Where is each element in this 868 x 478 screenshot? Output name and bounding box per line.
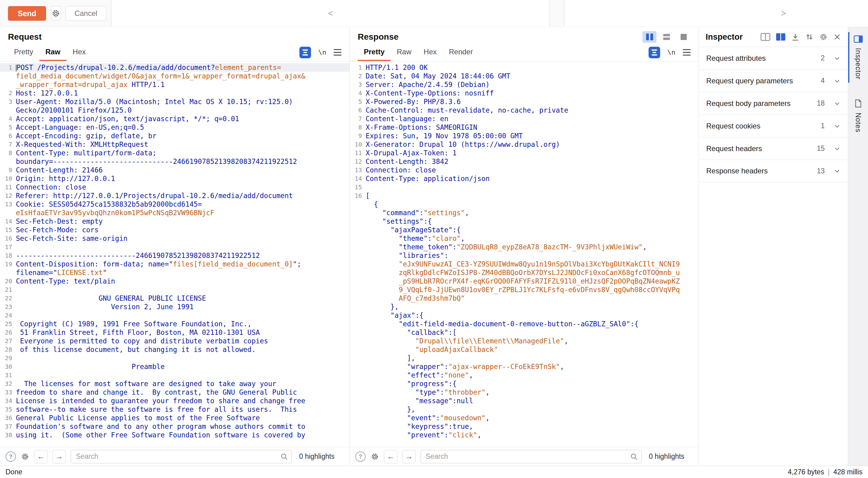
code-line[interactable]: 7X-Requested-With: XMLHttpRequest — [0, 140, 349, 149]
cancel-button[interactable]: Cancel — [66, 6, 106, 21]
code-line[interactable]: 33freedom to share and change it. By con… — [0, 388, 349, 396]
code-line[interactable]: "type":"throbber", — [350, 388, 699, 396]
code-line[interactable]: 14Sec-Fetch-Dest: empty — [0, 217, 349, 226]
code-line[interactable]: 14Content-Type: application/json — [350, 174, 699, 183]
code-line[interactable]: 20Content-Type: text/plain — [0, 277, 349, 286]
editor-menu-icon[interactable] — [334, 49, 342, 56]
code-line[interactable]: "Drupal\\file\\Element\\ManagedFile", — [350, 337, 699, 345]
code-line[interactable]: 29 — [0, 354, 349, 362]
search-prev-button[interactable]: ← — [384, 450, 397, 464]
code-line[interactable]: 13Cookie: SESS05d4275ca1538832b5ab92000b… — [0, 200, 349, 208]
code-line[interactable]: 8X-Frame-Options: SAMEORIGIN — [350, 123, 699, 131]
code-line[interactable]: 10Origin: http://127.0.0.1 — [0, 174, 349, 183]
inspector-section-request-body-parameters[interactable]: Request body parameters18 — [699, 92, 848, 115]
code-line[interactable]: 2Host: 127.0.0.1 — [0, 89, 349, 97]
code-line[interactable]: 12Content-Length: 3842 — [350, 157, 699, 166]
code-line[interactable]: 11Connection: close — [0, 183, 349, 191]
request-search-input[interactable] — [71, 450, 292, 464]
code-line[interactable]: }, — [350, 405, 699, 414]
code-line[interactable]: ], — [350, 354, 699, 362]
code-line[interactable]: 31 — [0, 371, 349, 380]
code-line[interactable]: "libraries": — [350, 251, 699, 260]
response-search-input[interactable] — [421, 450, 642, 464]
search-settings-gear-icon[interactable] — [21, 452, 29, 461]
code-line[interactable]: 1POST /Projects/drupal-10.2.6/media/add/… — [0, 63, 349, 72]
code-line[interactable]: _wrapper_format=drupal_ajax HTTP/1.1 — [0, 80, 349, 89]
code-line[interactable]: 9Expires: Sun, 19 Nov 1978 05:00:00 GMT — [350, 131, 699, 140]
code-line[interactable]: 10X-Generator: Drupal 10 (https://www.dr… — [350, 140, 699, 149]
send-button[interactable]: Send — [8, 6, 46, 21]
syntax-highlight-icon[interactable] — [300, 47, 311, 58]
code-line[interactable]: "eJx9UNFuwzAI_CE3-YZ9SUUIWdmw8Qyu1n19nSp… — [350, 260, 699, 268]
code-line[interactable]: 15Sec-Fetch-Mode: cors — [0, 226, 349, 234]
show-newlines-button[interactable]: \n — [668, 49, 676, 56]
code-line[interactable]: "progress":{ — [350, 380, 699, 388]
code-line[interactable]: 2Date: Sat, 04 May 2024 18:44:06 GMT — [350, 72, 699, 80]
code-line[interactable]: 38using it. (Some other Free Software Fo… — [0, 431, 349, 439]
code-line[interactable]: 25 Copyright (C) 1989, 1991 Free Softwar… — [0, 320, 349, 328]
search-prev-button[interactable]: ← — [34, 450, 48, 464]
editor-menu-icon[interactable] — [683, 49, 691, 56]
code-line[interactable]: 4Accept: application/json, text/javascri… — [0, 115, 349, 123]
code-line[interactable]: 27 Everyone is permitted to copy and dis… — [0, 337, 349, 345]
code-line[interactable]: "keypress":true, — [350, 422, 699, 431]
code-line[interactable]: 17 — [0, 243, 349, 251]
code-line[interactable]: 18-----------------------------246619078… — [0, 251, 349, 260]
code-line[interactable]: 8Content-Type: multipart/form-data; — [0, 149, 349, 157]
code-line[interactable]: 34License is intended to guarantee your … — [0, 396, 349, 405]
code-line[interactable]: 4X-Content-Type-Options: nosniff — [350, 89, 699, 97]
request-tab-hex[interactable]: Hex — [66, 43, 92, 61]
code-line[interactable]: 3User-Agent: Mozilla/5.0 (Macintosh; Int… — [0, 97, 349, 106]
code-line[interactable]: "uploadAjaxCallback" — [350, 345, 699, 354]
code-line[interactable]: AFQ_c7md3shm7bQ" — [350, 294, 699, 302]
code-line[interactable]: 30 Preamble — [0, 362, 349, 371]
collapse-all-icon[interactable] — [791, 33, 800, 41]
sort-icon[interactable] — [805, 33, 814, 41]
code-line[interactable]: 26 51 Franklin Street, Fifth Floor, Bost… — [0, 328, 349, 337]
close-inspector-icon[interactable] — [833, 33, 841, 41]
code-line[interactable]: "prevent":"click", — [350, 431, 699, 439]
inspector-settings-gear-icon[interactable] — [819, 33, 828, 41]
response-tab-raw[interactable]: Raw — [391, 43, 417, 61]
code-line[interactable]: filename="LICENSE.txt" — [0, 268, 349, 277]
code-line[interactable]: boundary=-----------------------------24… — [0, 157, 349, 166]
code-line[interactable]: 19Content-Disposition: form-data; name="… — [0, 260, 349, 268]
code-line[interactable]: 9Content-Length: 21466 — [0, 166, 349, 174]
inspector-section-request-headers[interactable]: Request headers15 — [699, 137, 848, 160]
search-help-icon[interactable]: ? — [5, 451, 16, 462]
request-tab-pretty[interactable]: Pretty — [8, 43, 39, 61]
code-line[interactable]: 24 — [0, 311, 349, 320]
code-line[interactable]: "message":null — [350, 396, 699, 405]
layout-single-button[interactable] — [677, 31, 691, 43]
code-line[interactable]: field_media_document/widget/0&ajax_form=… — [0, 72, 349, 80]
response-tab-hex[interactable]: Hex — [417, 43, 443, 61]
search-settings-gear-icon[interactable] — [371, 452, 379, 461]
code-line[interactable]: "command":"settings", — [350, 208, 699, 217]
code-line[interactable]: 35software--to make sure the software is… — [0, 405, 349, 414]
code-line[interactable]: 13Connection: close — [350, 166, 699, 174]
code-line[interactable]: eIsHfaaETVr3av95yvbqQhzn0kom1P5wPcNSqB2V… — [0, 208, 349, 217]
dock-tab-notes[interactable]: Notes — [848, 96, 868, 136]
syntax-highlight-icon[interactable] — [649, 47, 660, 58]
show-newlines-button[interactable]: \n — [318, 49, 327, 56]
search-help-icon[interactable]: ? — [355, 451, 366, 462]
code-line[interactable]: 6Accept-Encoding: gzip, deflate, br — [0, 131, 349, 140]
code-line[interactable]: "theme":"claro", — [350, 234, 699, 243]
search-next-button[interactable]: → — [53, 450, 66, 464]
inspector-section-request-attributes[interactable]: Request attributes2 — [699, 47, 848, 69]
inspector-section-response-headers[interactable]: Response headers13 — [699, 160, 848, 182]
code-line[interactable]: 6Cache-Control: must-revalidate, no-cach… — [350, 106, 699, 115]
code-line[interactable]: _pS9HLbR7ROcrPX4f-eqKGrOQ00FAFYFsR7IFZL9… — [350, 277, 699, 286]
request-raw-editor[interactable]: 1POST /Projects/drupal-10.2.6/media/add/… — [0, 61, 349, 447]
response-pretty-editor[interactable]: 1HTTP/1.1 200 OK2Date: Sat, 04 May 2024 … — [350, 61, 699, 447]
code-line[interactable]: 28 of this license document, but changin… — [0, 345, 349, 354]
search-next-button[interactable]: → — [402, 450, 416, 464]
code-line[interactable]: "callback":[ — [350, 328, 699, 337]
code-line[interactable]: "ajaxPageState":{ — [350, 226, 699, 234]
code-line[interactable]: 5Accept-Language: en-US,en;q=0.5 — [0, 123, 349, 131]
code-line[interactable]: "effect":"none", — [350, 371, 699, 380]
code-line[interactable]: 32 The licenses for most software are de… — [0, 380, 349, 388]
dock-tab-inspector[interactable]: Inspector — [848, 32, 868, 83]
code-line[interactable]: { — [350, 200, 699, 208]
response-tab-render[interactable]: Render — [443, 43, 479, 61]
